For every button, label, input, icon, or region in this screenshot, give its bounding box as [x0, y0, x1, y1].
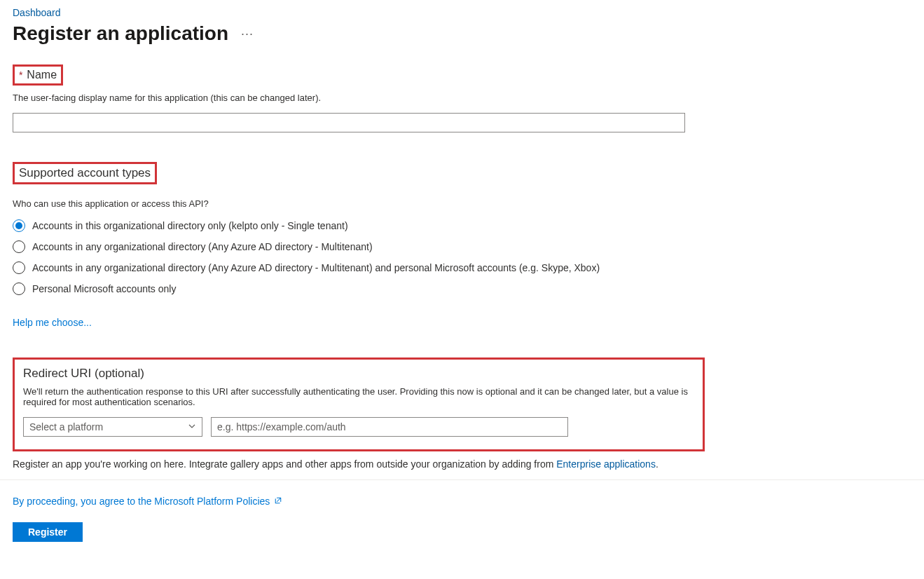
- radio-single-tenant[interactable]: [13, 219, 25, 232]
- required-indicator: *: [19, 69, 22, 81]
- platform-select[interactable]: Select a platform: [23, 417, 202, 437]
- enterprise-apps-footnote: Register an app you're working on here. …: [13, 458, 911, 479]
- redirect-section-highlight: Redirect URI (optional) We'll return the…: [13, 357, 705, 451]
- account-types-heading-highlight: Supported account types: [13, 162, 157, 184]
- page-title: Register an application: [13, 22, 228, 45]
- radio-single-tenant-label: Accounts in this organizational director…: [32, 219, 348, 233]
- policy-text: By proceeding, you agree to the Microsof…: [13, 496, 273, 507]
- platform-policies-link[interactable]: By proceeding, you agree to the Microsof…: [13, 496, 282, 507]
- redirect-uri-input[interactable]: [211, 417, 568, 437]
- redirect-heading: Redirect URI (optional): [23, 367, 694, 381]
- radio-multitenant-personal-label: Accounts in any organizational directory…: [32, 261, 600, 275]
- breadcrumb-dashboard[interactable]: Dashboard: [13, 7, 61, 18]
- chevron-down-icon: [188, 422, 196, 432]
- external-link-icon: [274, 496, 282, 507]
- app-name-input[interactable]: [13, 113, 685, 132]
- name-heading-highlight: * Name: [13, 64, 63, 86]
- more-actions-button[interactable]: ···: [237, 24, 258, 44]
- footer-divider: [0, 479, 924, 480]
- radio-personal-only[interactable]: [13, 282, 25, 295]
- footnote-text-before: Register an app you're working on here. …: [13, 458, 556, 470]
- account-types-heading: Supported account types: [19, 166, 151, 179]
- platform-select-placeholder: Select a platform: [29, 421, 103, 432]
- radio-multitenant-label: Accounts in any organizational directory…: [32, 240, 373, 254]
- name-help-text: The user-facing display name for this ap…: [13, 93, 911, 103]
- register-button[interactable]: Register: [13, 522, 83, 542]
- radio-multitenant[interactable]: [13, 240, 25, 253]
- help-me-choose-link[interactable]: Help me choose...: [13, 317, 92, 328]
- radio-personal-only-label: Personal Microsoft accounts only: [32, 282, 176, 296]
- name-label: Name: [27, 69, 57, 81]
- footnote-text-after: .: [656, 458, 658, 470]
- enterprise-applications-link[interactable]: Enterprise applications: [556, 458, 656, 470]
- account-types-radio-group: Accounts in this organizational director…: [13, 219, 911, 296]
- radio-multitenant-personal[interactable]: [13, 261, 25, 274]
- redirect-description: We'll return the authentication response…: [23, 386, 694, 407]
- account-types-question: Who can use this application or access t…: [13, 198, 911, 209]
